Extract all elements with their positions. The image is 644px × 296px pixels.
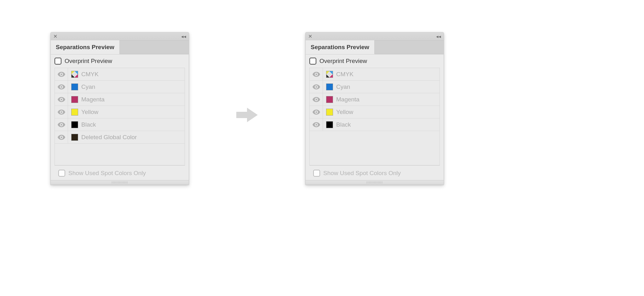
spot-colors-checkbox[interactable]	[58, 170, 65, 177]
panel-titlebar[interactable]: ✕ ◂◂	[306, 32, 444, 41]
separation-row[interactable]: Yellow	[310, 106, 440, 118]
color-swatch	[71, 96, 78, 103]
eye-icon	[313, 110, 320, 115]
svg-point-4	[60, 124, 62, 125]
tab-label: Separations Preview	[56, 44, 114, 51]
overprint-checkbox[interactable]	[55, 58, 61, 65]
separation-label: Deleted Global Color	[81, 134, 137, 141]
color-swatch	[326, 96, 333, 103]
visibility-toggle[interactable]	[55, 68, 68, 80]
eye-icon	[58, 97, 65, 102]
arrow-right-icon	[236, 107, 258, 124]
separation-row[interactable]: Black	[55, 118, 185, 131]
svg-point-9	[315, 111, 317, 113]
separation-label: Magenta	[336, 96, 359, 103]
overprint-label: Overprint Preview	[65, 58, 112, 65]
color-swatch	[71, 83, 78, 90]
list-empty-area	[55, 144, 185, 165]
eye-icon	[58, 122, 65, 127]
eye-icon	[313, 97, 320, 102]
svg-point-0	[60, 73, 62, 75]
spot-colors-checkbox[interactable]	[313, 170, 320, 177]
visibility-toggle[interactable]	[55, 93, 68, 105]
visibility-toggle[interactable]	[55, 81, 68, 93]
visibility-toggle[interactable]	[310, 68, 323, 80]
spot-colors-label: Show Used Spot Colors Only	[68, 170, 146, 177]
resize-grip[interactable]	[51, 180, 189, 185]
eye-icon	[313, 122, 320, 127]
spot-colors-label: Show Used Spot Colors Only	[323, 170, 401, 177]
color-swatch	[71, 71, 78, 78]
svg-point-8	[315, 99, 317, 100]
eye-icon	[58, 135, 65, 140]
svg-point-1	[60, 86, 62, 88]
panel-tabs: Separations Preview	[51, 41, 189, 54]
overprint-label: Overprint Preview	[319, 58, 367, 65]
visibility-toggle[interactable]	[55, 118, 68, 131]
collapse-icon[interactable]: ◂◂	[436, 34, 441, 39]
eye-icon	[313, 84, 320, 89]
eye-icon	[58, 84, 65, 89]
separation-row[interactable]: Magenta	[310, 93, 440, 106]
list-empty-area	[310, 131, 440, 165]
tab-label: Separations Preview	[311, 44, 369, 51]
svg-point-7	[315, 86, 317, 88]
separation-row[interactable]: CMYK	[310, 68, 440, 81]
svg-point-6	[315, 73, 317, 75]
close-icon[interactable]: ✕	[53, 33, 57, 39]
separations-list: CMYKCyanMagentaYellowBlackDeleted Global…	[55, 68, 185, 165]
separation-row[interactable]: Magenta	[55, 93, 185, 106]
svg-point-10	[315, 124, 317, 125]
visibility-toggle[interactable]	[310, 81, 323, 93]
close-icon[interactable]: ✕	[308, 33, 312, 39]
separations-panel-before: ✕ ◂◂ Separations Preview Overprint Previ…	[50, 32, 189, 185]
svg-point-5	[60, 136, 62, 138]
overprint-preview-row[interactable]: Overprint Preview	[51, 54, 189, 68]
color-swatch	[326, 121, 333, 128]
color-swatch	[71, 109, 78, 116]
tabs-empty-area	[375, 54, 444, 54]
separation-label: Black	[81, 121, 96, 128]
separation-label: Magenta	[81, 96, 105, 103]
eye-icon	[313, 72, 320, 77]
separations-list: CMYKCyanMagentaYellowBlack	[309, 68, 440, 165]
separation-row[interactable]: Deleted Global Color	[55, 131, 185, 144]
separation-label: CMYK	[81, 71, 99, 78]
separation-label: Cyan	[336, 83, 350, 90]
tab-separations-preview[interactable]: Separations Preview	[306, 40, 375, 54]
overprint-preview-row[interactable]: Overprint Preview	[306, 54, 444, 68]
visibility-toggle[interactable]	[310, 118, 323, 131]
overprint-checkbox[interactable]	[309, 58, 316, 65]
visibility-toggle[interactable]	[310, 93, 323, 105]
separation-row[interactable]: Yellow	[55, 106, 185, 118]
color-swatch	[326, 83, 333, 90]
separation-label: Black	[336, 121, 351, 128]
separation-label: Yellow	[81, 109, 98, 116]
visibility-toggle[interactable]	[55, 131, 68, 143]
eye-icon	[58, 72, 65, 77]
separation-row[interactable]: CMYK	[55, 68, 185, 81]
color-swatch	[71, 134, 78, 141]
svg-point-3	[60, 111, 62, 113]
panel-titlebar[interactable]: ✕ ◂◂	[51, 32, 189, 41]
separation-row[interactable]: Cyan	[55, 81, 185, 93]
separation-label: Cyan	[81, 83, 95, 90]
eye-icon	[58, 110, 65, 115]
separation-row[interactable]: Cyan	[310, 81, 440, 93]
color-swatch	[326, 109, 333, 116]
visibility-toggle[interactable]	[310, 106, 323, 118]
color-swatch	[71, 121, 78, 128]
svg-point-2	[60, 99, 62, 100]
separation-row[interactable]: Black	[310, 118, 440, 131]
footer-row[interactable]: Show Used Spot Colors Only	[309, 165, 440, 180]
footer-row[interactable]: Show Used Spot Colors Only	[55, 165, 185, 180]
visibility-toggle[interactable]	[55, 106, 68, 118]
tab-separations-preview[interactable]: Separations Preview	[51, 40, 120, 54]
separation-label: Yellow	[336, 109, 353, 116]
resize-grip[interactable]	[306, 180, 444, 185]
separations-panel-after: ✕ ◂◂ Separations Preview Overprint Previ…	[305, 32, 444, 185]
panel-tabs: Separations Preview	[306, 41, 444, 54]
tabs-empty-area	[120, 54, 189, 54]
separation-label: CMYK	[336, 71, 354, 78]
collapse-icon[interactable]: ◂◂	[181, 34, 186, 39]
